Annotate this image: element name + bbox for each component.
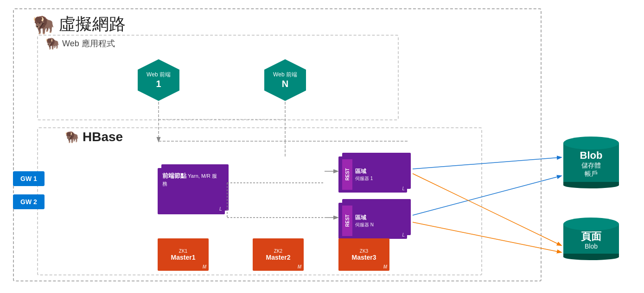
- blob-cyl-bottom: [563, 182, 619, 188]
- frontend-node-corner: L: [219, 206, 222, 212]
- rsn-title: 區域: [355, 214, 401, 222]
- hbase-label: 🦬 HBase: [65, 130, 123, 144]
- blob-cylinder: Blob 儲存體 帳戶: [563, 137, 619, 188]
- zk1-name: Master1: [171, 254, 196, 261]
- blob-storage: Blob 儲存體 帳戶: [563, 137, 619, 188]
- page-blob-cylinder: 頁面 Blob: [563, 218, 619, 260]
- web-frontend-1-number: 1: [156, 79, 161, 89]
- blob-subtitle1: 儲存體: [581, 162, 601, 170]
- gw1-button[interactable]: GW 1: [13, 171, 45, 186]
- rsn-content: 區域 伺服器 N: [352, 206, 403, 236]
- webapp-label: 🦬 Web 應用程式: [45, 37, 115, 50]
- zk1-corner: M: [203, 264, 206, 269]
- frontend-node: 前端節點 Yarn, M/R 服務 L: [158, 164, 230, 215]
- web-frontend-n-label: Web 前端: [273, 71, 297, 79]
- zk1-label: ZK1: [179, 249, 187, 254]
- rsn-corner: L: [402, 232, 405, 237]
- gw1-label: GW 1: [20, 175, 37, 182]
- zk2-box: ZK2 Master2 M: [253, 238, 304, 271]
- blob-subtitle2: 帳戶: [585, 170, 598, 178]
- web-frontend-n-number: N: [282, 79, 288, 89]
- diagram-container: 🦬 虛擬網路 🦬 Web 應用程式 Web 前端 1 Web 前端 N 🦬 HB…: [0, 0, 644, 293]
- rs1-corner: L: [402, 186, 405, 191]
- frontend-node-title: 前端節點: [162, 172, 186, 179]
- region-server-n: REST 區域 伺服器 N L: [338, 199, 410, 238]
- web-frontend-1-label: Web 前端: [147, 71, 171, 79]
- rsn-rest-label: REST: [342, 206, 352, 236]
- gw2-button[interactable]: GW 2: [13, 194, 45, 209]
- webapp-title: Web 應用程式: [62, 38, 115, 49]
- vnet-label: 🦬 虛擬網路: [32, 13, 126, 36]
- hbase-icon: 🦬: [65, 131, 79, 143]
- blob-cyl-top: [563, 137, 619, 150]
- frontend-node-card-front: 前端節點 Yarn, M/R 服務 L: [158, 168, 225, 214]
- region-server-1: REST 區域 伺服器 1 L: [338, 153, 410, 192]
- rs1-title: 區域: [355, 168, 401, 175]
- rsn-card-front: REST 區域 伺服器 N L: [338, 203, 407, 239]
- page-blob-cyl-bottom: [563, 254, 619, 260]
- zk3-corner: M: [383, 264, 387, 269]
- rs1-card-front: REST 區域 伺服器 1 L: [338, 156, 407, 193]
- rsn-subtitle: 伺服器 N: [355, 222, 401, 228]
- page-blob-title: 頁面: [581, 231, 601, 243]
- zk3-label: ZK3: [360, 249, 368, 254]
- rs1-subtitle: 伺服器 1: [355, 175, 401, 182]
- page-blob: 頁面 Blob: [563, 218, 619, 260]
- zk2-corner: M: [298, 264, 301, 269]
- zk2-label: ZK2: [274, 249, 282, 254]
- rs1-content: 區域 伺服器 1: [352, 159, 403, 190]
- webapp-icon: 🦬: [45, 37, 59, 50]
- rs1-rest-label: REST: [342, 159, 352, 190]
- zk3-box: ZK3 Master3 M: [338, 238, 389, 271]
- vnet-title: 虛擬網路: [59, 13, 126, 36]
- zk1-box: ZK1 Master1 M: [158, 238, 209, 271]
- page-blob-subtitle: Blob: [585, 243, 598, 250]
- zk3-name: Master3: [352, 254, 376, 261]
- gw2-label: GW 2: [20, 198, 37, 206]
- zk2-name: Master2: [266, 254, 291, 261]
- blob-title: Blob: [580, 150, 603, 162]
- page-blob-cyl-top: [563, 218, 619, 231]
- vnet-icon: 🦬: [32, 14, 54, 35]
- hbase-title: HBase: [83, 130, 123, 144]
